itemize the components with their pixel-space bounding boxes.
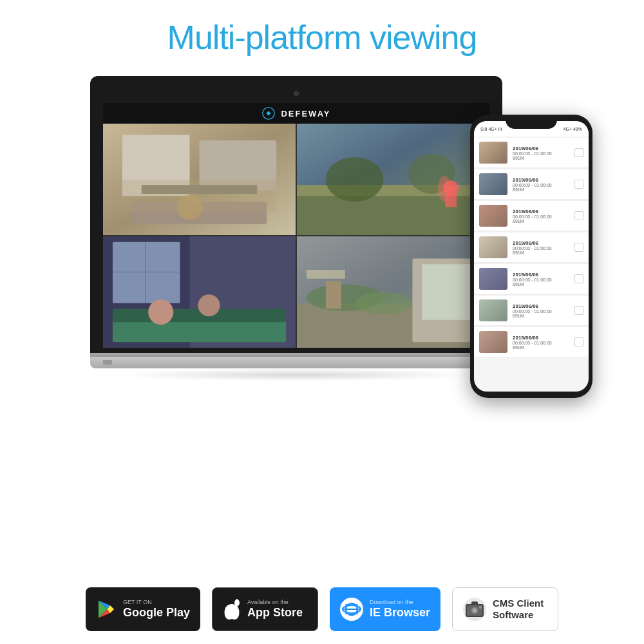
recording-time: 00:00:00 - 01:00:00 [513, 214, 569, 219]
google-play-sub: GET IT ON [123, 599, 190, 606]
svg-point-21 [148, 299, 173, 325]
svg-rect-16 [113, 242, 180, 303]
recording-time: 00:00:00 - 01:00:00 [513, 309, 569, 314]
recording-thumb-6 [479, 299, 507, 321]
recording-info-1: 2019/06/06 00:00:00 - 01:00:00 891M [513, 146, 569, 160]
laptop-camera [294, 91, 299, 96]
svg-rect-41 [471, 601, 478, 605]
laptop-screen: DEFEWAY [103, 103, 489, 348]
camera-feed-3 [103, 236, 296, 348]
svg-rect-3 [200, 140, 277, 191]
recording-checkbox[interactable] [574, 211, 583, 220]
phone-notch [506, 115, 557, 129]
google-play-badge[interactable]: GET IT ON Google Play [86, 587, 200, 631]
ie-sub: Download on the [370, 599, 430, 606]
list-item[interactable]: 2019/06/06 00:00:00 - 01:00:00 891M [474, 138, 589, 168]
google-play-text: GET IT ON Google Play [123, 599, 190, 620]
cms-badge[interactable]: CMS Client Software [452, 587, 558, 631]
svg-point-11 [408, 154, 455, 194]
list-item[interactable]: 2019/06/06 00:00:00 - 01:00:00 891M [474, 201, 589, 231]
recording-thumb-7 [479, 331, 507, 353]
list-item[interactable]: 2019/06/06 00:00:00 - 01:00:00 891M [474, 264, 589, 294]
cms-icon [463, 598, 486, 621]
google-play-main: Google Play [123, 606, 190, 620]
recording-time: 00:00:00 - 01:00:00 [513, 341, 569, 345]
phone-recording-list: 2019/06/06 00:00:00 - 01:00:00 891M 2019… [474, 138, 589, 357]
recording-date: 2019/06/06 [513, 240, 569, 246]
recording-checkbox[interactable] [574, 306, 583, 315]
phone-signal: SIII 4G+ III [480, 127, 502, 131]
svg-rect-13 [445, 194, 457, 207]
recording-size: 891M [513, 314, 569, 318]
camera-feed-4 [297, 236, 489, 348]
recording-size: 891M [513, 282, 569, 287]
recording-time: 00:00:00 - 01:00:00 [513, 183, 569, 187]
recording-thumb-3 [479, 205, 507, 227]
app-store-main: App Store [247, 606, 303, 620]
google-play-icon [96, 599, 117, 620]
recording-checkbox[interactable] [574, 243, 583, 252]
recording-time: 00:00:00 - 01:00:00 [513, 278, 569, 282]
recording-checkbox[interactable] [574, 337, 583, 346]
app-store-text: Available on the App Store [247, 599, 303, 620]
ie-icon [340, 598, 363, 621]
svg-rect-20 [113, 308, 286, 322]
recording-size: 891M [513, 251, 569, 255]
app-store-badge[interactable]: Available on the App Store [212, 587, 318, 631]
recording-size: 891M [513, 156, 569, 160]
list-item[interactable]: 2019/06/06 00:00:00 - 01:00:00 891M [474, 169, 589, 200]
recording-checkbox[interactable] [574, 148, 583, 157]
app-store-sub: Available on the [247, 599, 303, 606]
recording-checkbox[interactable] [574, 274, 583, 283]
recording-thumb-4 [479, 236, 507, 258]
recording-time: 00:00:00 - 01:00:00 [513, 246, 569, 251]
list-item[interactable]: 2019/06/06 00:00:00 - 01:00:00 891M [474, 296, 589, 326]
recording-date: 2019/06/06 [513, 303, 569, 309]
list-item[interactable]: 2019/06/06 00:00:00 - 01:00:00 891M [474, 232, 589, 263]
laptop-device: DEFEWAY [90, 76, 502, 381]
cms-main: CMS Client Software [493, 598, 544, 621]
ie-browser-text: Download on the IE Browser [370, 599, 430, 620]
camera-feed-1 [103, 124, 296, 235]
svg-rect-2 [122, 135, 190, 196]
defeway-logo-icon [261, 106, 276, 120]
svg-rect-6 [142, 185, 257, 194]
brand-name: DEFEWAY [281, 109, 330, 118]
svg-rect-29 [326, 281, 341, 308]
main-content: DEFEWAY [0, 76, 644, 475]
recording-checkbox[interactable] [574, 180, 583, 189]
defeway-header: DEFEWAY [103, 103, 489, 124]
recording-thumb-5 [479, 268, 507, 290]
badges-section: GET IT ON Google Play Available on the A… [58, 587, 586, 631]
ie-browser-badge[interactable]: Download on the IE Browser [330, 587, 440, 631]
svg-point-22 [198, 294, 220, 316]
recording-info-5: 2019/06/06 00:00:00 - 01:00:00 891M [513, 272, 569, 287]
phone-battery: 4G+ 49% [564, 127, 582, 131]
laptop-shadow [116, 368, 477, 381]
recording-info-7: 2019/06/06 00:00:00 - 01:00:00 891M [513, 335, 569, 350]
cms-text: CMS Client Software [493, 598, 544, 621]
recording-size: 891M [513, 187, 569, 192]
svg-rect-9 [297, 185, 489, 196]
svg-point-28 [355, 292, 413, 315]
recording-size: 891M [513, 345, 569, 350]
list-item[interactable]: 2019/06/06 00:00:00 - 01:00:00 891M [474, 327, 589, 357]
camera-grid [103, 124, 489, 348]
recording-thumb-1 [479, 142, 507, 164]
recording-date: 2019/06/06 [513, 335, 569, 341]
recording-info-6: 2019/06/06 00:00:00 - 01:00:00 891M [513, 303, 569, 318]
recording-size: 891M [513, 219, 569, 223]
phone-device: SIII 4G+ III 4G+ 49% 2019/06/06 00:00:00… [470, 115, 592, 398]
laptop-top-bar [103, 88, 489, 99]
svg-point-42 [479, 606, 482, 609]
recording-date: 2019/06/06 [513, 177, 569, 183]
svg-point-5 [177, 194, 202, 220]
phone-screen: SIII 4G+ III 4G+ 49% 2019/06/06 00:00:00… [474, 121, 589, 392]
laptop-foot-left [103, 360, 112, 365]
laptop-bezel: DEFEWAY [90, 76, 502, 353]
recording-date: 2019/06/06 [513, 272, 569, 278]
ie-main: IE Browser [370, 606, 430, 620]
svg-rect-8 [297, 191, 489, 235]
phone: SIII 4G+ III 4G+ 49% 2019/06/06 00:00:00… [470, 115, 592, 398]
laptop: DEFEWAY [90, 76, 502, 368]
